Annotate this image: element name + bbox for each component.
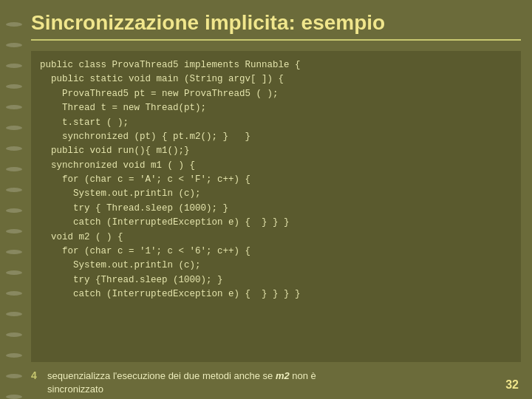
slide-title: Sincronizzazione implicita: esempio (31, 11, 521, 41)
spiral-dot (6, 312, 22, 316)
code-line-8: synchronized void m1 ( ) { (40, 159, 512, 173)
code-line-7: public void run(){ m1();} (40, 144, 512, 158)
spiral-dot (6, 353, 22, 358)
code-line-3: ProvaThread5 pt = new ProvaThread5 ( ); (40, 87, 512, 101)
spiral-dot (6, 374, 22, 378)
spiral-dot (6, 208, 22, 213)
spiral-dot (6, 84, 22, 89)
code-line-2: public static void main (String argv[ ])… (40, 72, 512, 86)
spiral-dot (6, 395, 22, 399)
code-line-17: catch (InterruptedException e) { } } } } (40, 287, 512, 301)
code-line-6: synchronized (pt) { pt.m2(); } } (40, 130, 512, 144)
code-line-12: catch (InterruptedException e) { } } } (40, 216, 512, 230)
footer-number: 4 (31, 369, 43, 381)
spiral-dot (6, 229, 22, 233)
code-line-13: void m2 ( ) { (40, 231, 512, 245)
spiral-dot (6, 43, 22, 47)
spiral-binding (0, 0, 28, 399)
code-line-14: for (char c = '1'; c < '6'; c++) { (40, 245, 512, 259)
code-line-1: public class ProvaThread5 implements Run… (40, 58, 512, 72)
code-line-4: Thread t = new Thread(pt); (40, 101, 512, 115)
spiral-dot (6, 105, 22, 109)
spiral-dot (6, 250, 22, 254)
content-area: Sincronizzazione implicita: esempio publ… (31, 11, 521, 399)
footer-text: sequenzializza l'esecuzione dei due meto… (47, 369, 316, 396)
code-line-5: t.start ( ); (40, 116, 512, 130)
footer-note: 4 sequenzializza l'esecuzione dei due me… (31, 366, 521, 399)
code-line-15: System.out.println (c); (40, 259, 512, 273)
spiral-dot (6, 126, 22, 130)
code-line-10: System.out.println (c); (40, 187, 512, 201)
spiral-dot (6, 270, 22, 275)
footer-highlight: m2 (276, 370, 290, 381)
spiral-dot (6, 291, 22, 296)
spiral-dot (6, 167, 22, 171)
code-block: public class ProvaThread5 implements Run… (31, 51, 521, 362)
spiral-dot (6, 332, 22, 337)
code-line-9: for (char c = 'A'; c < 'F'; c++) { (40, 173, 512, 187)
page-number: 32 (505, 378, 519, 392)
spiral-dot (6, 146, 22, 151)
spiral-dot (6, 22, 22, 27)
code-line-16: try {Thread.sleep (1000); } (40, 273, 512, 287)
slide-container: Sincronizzazione implicita: esempio publ… (0, 0, 532, 399)
spiral-dot (6, 64, 22, 68)
code-line-11: try { Thread.sleep (1000); } (40, 202, 512, 216)
spiral-dot (6, 188, 22, 192)
